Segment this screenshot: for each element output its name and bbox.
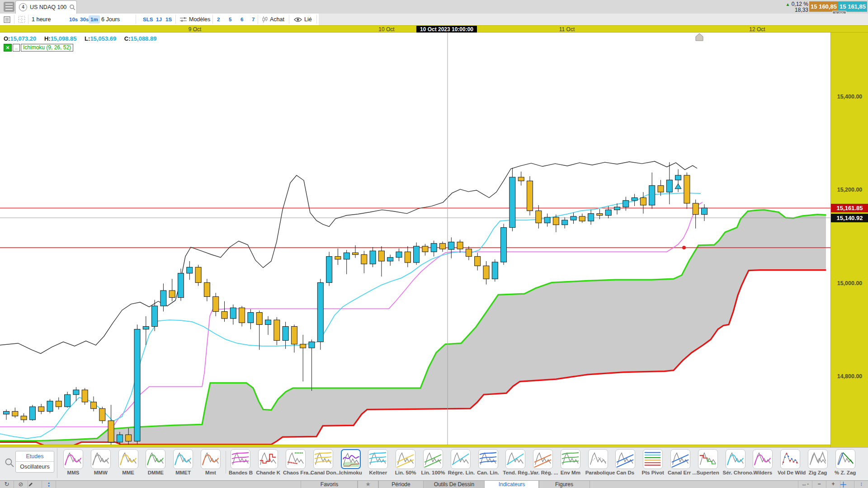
price-axis[interactable]: 15,400.0015,200.0015,000.0014,800.0015,1… (830, 33, 868, 447)
env-mm-icon (561, 450, 580, 468)
indicator-label: Chaos Fra... (283, 470, 308, 475)
mode-sls[interactable]: SLS (143, 14, 153, 25)
statusbar-tab-favoris[interactable]: Favoris (301, 481, 358, 488)
zoom-in-icon[interactable]: + (826, 481, 840, 488)
mode-1s[interactable]: 1S (165, 14, 172, 25)
legend-close-button[interactable]: ✕ (4, 44, 12, 52)
bid-price-button[interactable]: 15 160,85 (809, 1, 838, 12)
instrument-name: US NDAQ 100 (30, 4, 66, 10)
no-drawing-icon[interactable]: ⊘ (14, 481, 28, 488)
reset-zoom-icon[interactable]: ↻ (0, 481, 14, 488)
buy-marker-icon[interactable] (675, 184, 681, 189)
indicator-button-bandes-b[interactable]: Bandes B (228, 449, 253, 475)
date-label: 12 Oct (749, 26, 765, 33)
indicator-button-keltner[interactable]: Keltner (365, 449, 391, 475)
indicator-button-zig-zag[interactable]: Zig Zag (805, 449, 830, 475)
indicator-button-mme[interactable]: MME (116, 449, 141, 475)
indicator-button-s-r-chrono[interactable]: Sér. Chrono. (723, 449, 748, 475)
models-button[interactable]: Modèles (189, 14, 210, 25)
indicator-label: Pts Pivot (640, 470, 665, 475)
indicator-label: Chande K (255, 470, 281, 475)
legend-label[interactable]: Ichimoku (9, 26, 52) (21, 44, 73, 52)
tab-strip: 4 US NDAQ 100 ▲ 0,12 % 18,33 15 160,85 1… (0, 0, 868, 14)
tab-oscillateurs[interactable]: Oscillateurs (16, 462, 54, 472)
indicator-button-tend-r-g[interactable]: Tend. Rég... (503, 449, 528, 475)
indicator-button-lin-50[interactable]: Lin. 50% (393, 449, 418, 475)
indicator-button-mms[interactable]: MMS (61, 449, 86, 475)
model-slot-6[interactable]: 6 (241, 14, 243, 25)
indicator-button-parabolique[interactable]: Parabolique (585, 449, 611, 475)
tab-etudes[interactable]: Etudes (16, 451, 54, 462)
indicator-label: Canal Err ... (668, 470, 693, 475)
timeframe-30s[interactable]: 30s (80, 14, 89, 25)
indicator-button-ichimoku[interactable]: Ichimoku (338, 449, 363, 475)
model-slot-5[interactable]: 5 (229, 14, 231, 25)
indicator-button-chande-k[interactable]: Chande K (255, 449, 281, 475)
search-icon[interactable] (69, 4, 75, 10)
anchor-marker-icon[interactable] (696, 33, 703, 41)
indicator-button-chaos-fra[interactable]: Chaos Fra... (283, 449, 308, 475)
sliders-icon[interactable] (180, 17, 187, 22)
lin-50--icon (396, 450, 415, 468)
indicator-label: DMME (143, 470, 168, 475)
achat-button[interactable]: Achat (270, 14, 284, 25)
date-axis[interactable]: 9 Oct10 Oct11 Oct12 Oct10 Oct 2023 10:00… (0, 25, 868, 33)
layout-grid-icon[interactable] (18, 16, 25, 23)
list-icon[interactable] (4, 16, 10, 23)
indicator-button-vol-de-wild[interactable]: Vol De Wild (778, 449, 803, 475)
statusbar-tab-indicateurs[interactable]: Indicateurs (484, 481, 539, 488)
divider (226, 451, 226, 474)
bandes-b-icon (231, 450, 250, 468)
fit-vertical-icon[interactable]: ↕ (854, 481, 868, 488)
indicator-button-pts-pivot[interactable]: Pts Pivot (640, 449, 665, 475)
range-current[interactable]: 6 Jours (101, 14, 120, 25)
legend-minimize-button[interactable]: _ (13, 44, 20, 52)
indicator-label: MMET (170, 470, 196, 475)
indicator-button-canal-err[interactable]: Canal Err ... (668, 449, 693, 475)
pencil-icon[interactable] (28, 481, 42, 488)
menu-icon[interactable] (4, 2, 14, 12)
search-indicators-icon[interactable] (5, 458, 14, 468)
indicator-button-mmt[interactable]: Mmt (198, 449, 223, 475)
ohlc-open: 15,073.20 (10, 35, 36, 42)
indicator-button-mmet[interactable]: MMET (170, 449, 196, 475)
indicator-button-lin-100[interactable]: Lin. 100% (420, 449, 446, 475)
model-slot-2[interactable]: 2 (217, 14, 220, 25)
indicator-label: % Z. Zag (833, 470, 858, 475)
candlestick-chart[interactable] (0, 33, 830, 447)
lie-button[interactable]: Lié (304, 14, 312, 25)
indicator-button-can-lin[interactable]: Can. Lin. (476, 449, 501, 475)
date-label: 10 Oct (378, 26, 394, 33)
timeframe-1m[interactable]: 1m (89, 15, 100, 23)
mmet-icon (174, 450, 192, 468)
indicator-label: Wilders (750, 470, 775, 475)
ask-price-button[interactable]: 15 161,85 (838, 1, 867, 12)
statusbar-tab-p-riode[interactable]: Période (378, 481, 424, 488)
mode-1j[interactable]: 1J (156, 14, 162, 25)
zoom-out-icon[interactable]: − (812, 481, 826, 488)
fit-horizontal-icon[interactable]: ↔+ (798, 481, 812, 488)
indicator-button-var-r-g[interactable]: Var. Rég. ... (530, 449, 556, 475)
indicator-button-canal-don[interactable]: Canal Don... (311, 449, 336, 475)
chart-canvas[interactable] (0, 33, 830, 447)
indicator-button-mmw[interactable]: MMW (88, 449, 113, 475)
ichimoku-icon (342, 450, 360, 469)
indicator-button-superten[interactable]: Superten (695, 449, 721, 475)
indicator-button-can-ds[interactable]: Can Ds (613, 449, 638, 475)
timeframe-10s[interactable]: 10s (69, 14, 78, 25)
statusbar-tab-figures[interactable]: Figures (538, 481, 590, 488)
model-slot-7[interactable]: 7 (252, 14, 255, 25)
sort-arrows-icon[interactable]: ▲▼ (42, 481, 56, 488)
price-tick: 14,800.00 (831, 373, 868, 380)
statusbar-tab-outils-de-dessin[interactable]: Outils De Dessin (423, 481, 485, 488)
indicator-button-env-mm[interactable]: Env Mm (558, 449, 583, 475)
timeframe-current[interactable]: 1 heure (32, 14, 51, 25)
crosshair-icon[interactable] (840, 481, 854, 488)
favorites-star-icon[interactable]: ★ (357, 481, 379, 488)
indicator-button-r-gre-lin[interactable]: Régre. Lin. (448, 449, 473, 475)
indicator-button-dmme[interactable]: DMME (143, 449, 168, 475)
alert-dot[interactable] (682, 246, 686, 249)
indicator-button-z-zag[interactable]: % Z. Zag (833, 449, 858, 475)
indicator-button-wilders[interactable]: Wilders (750, 449, 775, 475)
instrument-tab[interactable]: 4 US NDAQ 100 (15, 0, 77, 14)
